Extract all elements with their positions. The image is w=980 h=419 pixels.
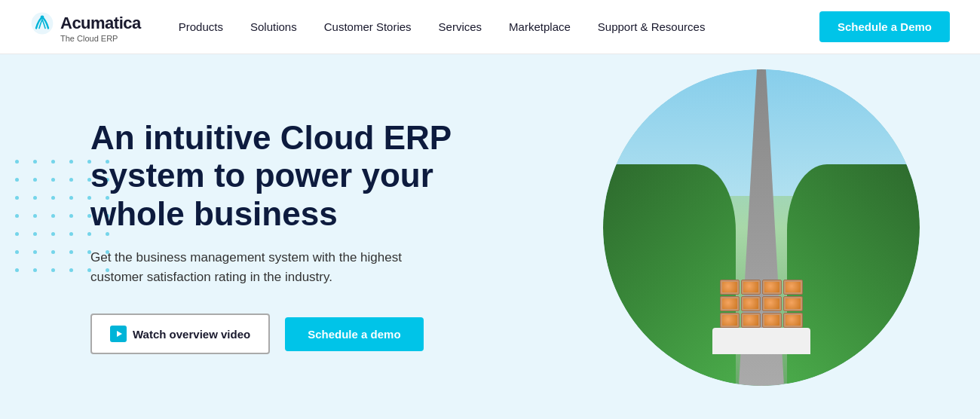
truck-bed <box>720 280 803 328</box>
logo-text: Acumatica <box>30 11 141 35</box>
crate-8 <box>783 296 803 311</box>
hero-subtitle: Get the business management system with … <box>90 248 422 286</box>
nav-item-marketplace[interactable]: Marketplace <box>509 20 571 34</box>
acumatica-logo-icon <box>30 11 54 35</box>
logo-tagline: The Cloud ERP <box>60 34 118 43</box>
hero-title: An intuitive Cloud ERP system to power y… <box>90 119 452 234</box>
truck <box>712 294 810 354</box>
watch-video-button[interactable]: Watch overview video <box>90 313 270 354</box>
truck-scene <box>603 69 920 386</box>
truck-cab <box>712 328 810 354</box>
crate-7 <box>762 296 782 311</box>
navbar-schedule-demo-button[interactable]: Schedule a Demo <box>819 11 950 42</box>
nav-item-solutions[interactable]: Solutions <box>250 20 297 34</box>
hero-buttons: Watch overview video Schedule a demo <box>90 313 452 354</box>
crate-9 <box>720 313 740 328</box>
nav-link-products[interactable]: Products <box>179 20 223 33</box>
nav-item-services[interactable]: Services <box>439 20 482 34</box>
nav-item-customer-stories[interactable]: Customer Stories <box>324 20 412 34</box>
logo-name: Acumatica <box>60 14 141 33</box>
crate-6 <box>741 296 761 311</box>
crate-3 <box>762 280 782 295</box>
watch-video-label: Watch overview video <box>133 328 250 341</box>
hero-schedule-demo-button[interactable]: Schedule a demo <box>285 317 423 351</box>
hero-image <box>603 69 920 386</box>
crate-10 <box>741 313 761 328</box>
crate-12 <box>783 313 803 328</box>
navbar: Acumatica The Cloud ERP Products Solutio… <box>0 0 980 54</box>
hero-section: An intuitive Cloud ERP system to power y… <box>0 54 980 419</box>
play-icon <box>110 326 127 342</box>
navbar-left: Acumatica The Cloud ERP Products Solutio… <box>30 11 705 43</box>
logo-area: Acumatica The Cloud ERP <box>30 11 141 43</box>
nav-link-solutions[interactable]: Solutions <box>250 20 297 33</box>
nav-item-products[interactable]: Products <box>179 20 223 34</box>
crate-11 <box>762 313 782 328</box>
crate-1 <box>720 280 740 295</box>
nav-item-support-resources[interactable]: Support & Resources <box>598 20 706 34</box>
crate-4 <box>783 280 803 295</box>
nav-link-services[interactable]: Services <box>439 20 482 33</box>
nav-link-support-resources[interactable]: Support & Resources <box>598 20 706 33</box>
crate-5 <box>720 296 740 311</box>
crate-2 <box>741 280 761 295</box>
hero-content: An intuitive Cloud ERP system to power y… <box>0 119 452 355</box>
nav-links: Products Solutions Customer Stories Serv… <box>179 20 706 34</box>
nav-link-marketplace[interactable]: Marketplace <box>509 20 571 33</box>
svg-point-1 <box>41 15 44 19</box>
nav-link-customer-stories[interactable]: Customer Stories <box>324 20 412 33</box>
